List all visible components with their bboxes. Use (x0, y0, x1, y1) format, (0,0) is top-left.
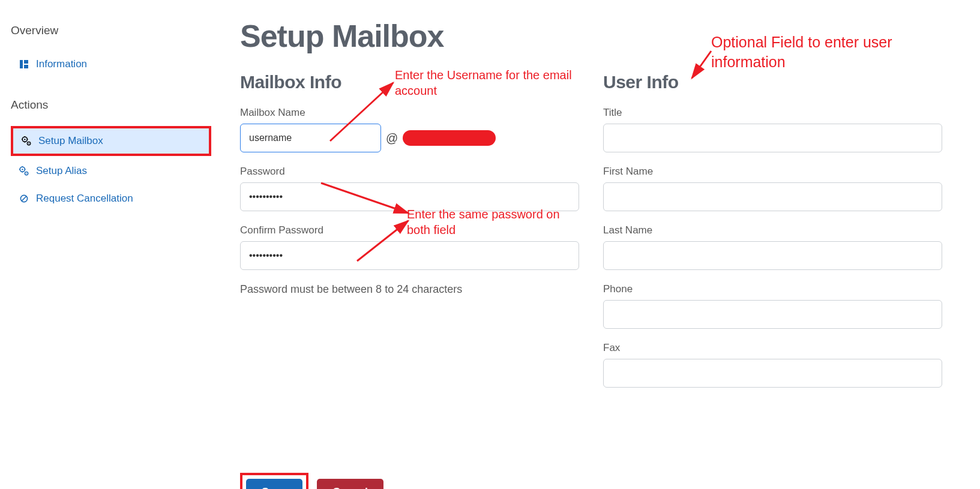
section-title-user-info: User Info (603, 72, 942, 92)
gears-icon (18, 165, 30, 177)
cancel-icon (18, 193, 30, 205)
sidebar-item-label: Setup Alias (36, 165, 87, 177)
field-confirm-password: Confirm Password (240, 224, 579, 270)
field-mailbox-name: Mailbox Name @ (240, 107, 579, 152)
sidebar-item-information[interactable]: Information (11, 52, 211, 77)
mailbox-info-section: Mailbox Info Mailbox Name @ Password Con… (240, 72, 579, 401)
svg-point-4 (24, 139, 25, 140)
svg-point-18 (26, 173, 27, 174)
svg-rect-1 (24, 60, 28, 64)
field-fax: Fax (603, 342, 942, 388)
sidebar-heading-overview: Overview (11, 24, 211, 37)
main-content: Setup Mailbox Mailbox Info Mailbox Name … (222, 12, 960, 489)
field-last-name: Last Name (603, 224, 942, 270)
svg-point-12 (22, 169, 23, 170)
user-info-section: User Info Title First Name Last Name Pho… (603, 72, 942, 401)
field-title: Title (603, 107, 942, 152)
field-password: Password (240, 166, 579, 211)
first-name-label: First Name (603, 166, 942, 178)
phone-input[interactable] (603, 300, 942, 329)
mailbox-name-label: Mailbox Name (240, 107, 579, 119)
svg-rect-0 (20, 60, 23, 68)
section-title-mailbox-info: Mailbox Info (240, 72, 579, 92)
sidebar-item-label: Information (36, 58, 87, 70)
domain-redacted (403, 130, 496, 146)
field-phone: Phone (603, 283, 942, 329)
fax-label: Fax (603, 342, 942, 354)
svg-point-10 (28, 143, 29, 144)
first-name-input[interactable] (603, 182, 942, 211)
save-button[interactable]: Save (246, 479, 302, 489)
dashboard-icon (18, 58, 30, 70)
sidebar-heading-actions: Actions (11, 98, 211, 112)
sidebar: Overview Information Actions (0, 12, 222, 489)
page-title: Setup Mailbox (240, 18, 942, 54)
svg-line-20 (22, 196, 26, 201)
sidebar-item-setup-alias[interactable]: Setup Alias (11, 158, 211, 184)
phone-label: Phone (603, 283, 942, 295)
highlight-save-button: Save (240, 473, 308, 489)
gears-icon (20, 135, 32, 147)
sidebar-item-label: Setup Mailbox (38, 135, 103, 147)
password-hint: Password must be between 8 to 24 charact… (240, 283, 579, 296)
mailbox-name-input[interactable] (240, 124, 381, 152)
at-symbol: @ (386, 131, 398, 145)
field-first-name: First Name (603, 166, 942, 211)
sidebar-item-label: Request Cancellation (36, 193, 133, 205)
last-name-label: Last Name (603, 224, 942, 236)
sidebar-item-request-cancellation[interactable]: Request Cancellation (11, 186, 211, 211)
confirm-password-label: Confirm Password (240, 224, 579, 236)
sidebar-item-setup-mailbox[interactable]: Setup Mailbox (13, 128, 209, 154)
title-input[interactable] (603, 124, 942, 152)
buttons-row: Save Cancel (240, 473, 942, 489)
password-label: Password (240, 166, 579, 178)
fax-input[interactable] (603, 359, 942, 388)
title-label: Title (603, 107, 942, 119)
highlight-setup-mailbox: Setup Mailbox (11, 126, 211, 156)
confirm-password-input[interactable] (240, 241, 579, 270)
last-name-input[interactable] (603, 241, 942, 270)
svg-rect-2 (24, 65, 28, 68)
cancel-button[interactable]: Cancel (317, 479, 383, 489)
password-input[interactable] (240, 182, 579, 211)
